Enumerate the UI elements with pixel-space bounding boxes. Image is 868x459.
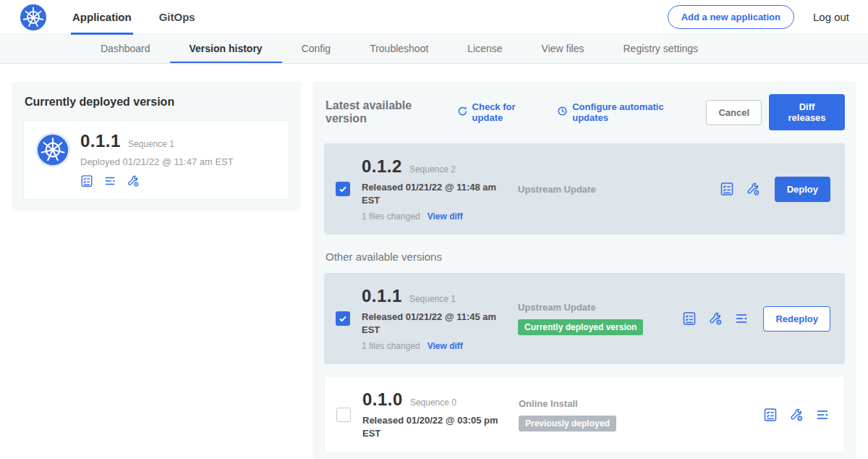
app-kubernetes-icon (35, 132, 70, 167)
subnav-item-registry-settings[interactable]: Registry settings (603, 35, 717, 63)
version-row-0-1-2: 0.1.2 Sequence 2 Released 01/21/22 @ 11:… (324, 143, 845, 235)
version-checkbox[interactable] (336, 182, 350, 196)
version-row-0-1-1: 0.1.1 Sequence 1 Released 01/21/22 @ 11:… (324, 273, 845, 364)
deployed-version-number: 0.1.1 (80, 131, 121, 151)
version-history-panel: Latest available version Check for updat… (312, 81, 856, 459)
config-wrench-icon[interactable] (746, 182, 760, 196)
config-wrench-icon[interactable] (789, 408, 804, 422)
main-content: Currently deployed version (0, 64, 868, 459)
currently-deployed-badge: Currently deployed version (518, 319, 643, 335)
config-wrench-icon[interactable] (127, 174, 140, 188)
release-notes-icon[interactable] (682, 311, 697, 326)
deployed-panel-title: Currently deployed version (25, 96, 288, 109)
release-notes-icon[interactable] (720, 182, 734, 196)
sequence-label: Sequence 0 (410, 397, 456, 408)
release-notes-icon[interactable] (763, 408, 778, 422)
deploy-button[interactable]: Deploy (775, 177, 830, 202)
top-navbar: Application GitOps Add a new application… (0, 0, 868, 35)
release-notes-icon[interactable] (80, 174, 93, 188)
sequence-label: Sequence 2 (409, 164, 456, 174)
deployed-timestamp: Deployed 01/21/22 @ 11:47 am EST (80, 156, 234, 167)
version-source-label: Upstream Update (518, 302, 682, 313)
files-changed-label: 1 files changed (362, 341, 420, 351)
app-subnav: Dashboard Version history Config Trouble… (0, 35, 868, 64)
files-changed-label: 1 files changed (362, 211, 420, 222)
deployed-version-card: 0.1.1 Sequence 1 Deployed 01/21/22 @ 11:… (23, 120, 289, 200)
released-timestamp: Released 01/21/22 @ 11:45 am EST (362, 311, 503, 336)
version-checkbox[interactable] (336, 408, 351, 422)
config-wrench-icon[interactable] (708, 311, 723, 326)
released-timestamp: Released 01/20/22 @ 03:05 pm EST (362, 414, 503, 439)
kubernetes-logo-icon (20, 4, 46, 30)
version-number: 0.1.1 (362, 286, 402, 306)
subnav-item-config[interactable]: Config (282, 35, 350, 63)
version-checkbox[interactable] (336, 311, 350, 326)
subnav-item-license[interactable]: License (448, 35, 522, 63)
previously-deployed-badge: Previously deployed (519, 416, 616, 431)
version-source-label: Online Install (519, 398, 763, 409)
diff-releases-button[interactable]: Diff releases (769, 94, 845, 130)
subnav-item-troubleshoot[interactable]: Troubleshoot (350, 35, 448, 63)
check-for-update-link[interactable]: Check for update (457, 101, 542, 123)
logout-link[interactable]: Log out (813, 11, 849, 23)
subnav-item-dashboard[interactable]: Dashboard (81, 35, 170, 63)
version-row-0-1-0: 0.1.0 Sequence 0 Released 01/20/22 @ 03:… (324, 376, 845, 453)
version-number: 0.1.2 (362, 156, 402, 177)
view-files-icon[interactable] (815, 408, 830, 422)
cancel-button[interactable]: Cancel (706, 100, 762, 125)
nav-tab-gitops[interactable]: GitOps (158, 0, 197, 35)
schedule-clock-icon (557, 106, 568, 119)
released-timestamp: Released 01/21/22 @ 11:48 am EST (362, 181, 503, 206)
other-versions-title: Other available versions (326, 250, 843, 263)
view-files-icon[interactable] (734, 311, 749, 326)
view-diff-link[interactable]: View diff (427, 211, 463, 222)
nav-tab-application[interactable]: Application (71, 0, 133, 35)
subnav-item-view-files[interactable]: View files (522, 35, 604, 63)
version-source-label: Upstream Update (518, 184, 720, 195)
view-diff-link[interactable]: View diff (427, 341, 463, 351)
deployed-sequence-label: Sequence 1 (128, 139, 174, 149)
configure-automatic-updates-link[interactable]: Configure automatic updates (557, 101, 690, 123)
latest-available-title: Latest available version (326, 99, 446, 125)
subnav-item-version-history[interactable]: Version history (170, 35, 282, 63)
redeploy-button[interactable]: Redeploy (763, 306, 830, 332)
version-number: 0.1.0 (362, 389, 403, 410)
sequence-label: Sequence 1 (409, 294, 456, 304)
refresh-icon (457, 106, 468, 119)
add-new-application-button[interactable]: Add a new application (668, 5, 794, 29)
view-files-icon[interactable] (103, 174, 116, 188)
currently-deployed-panel: Currently deployed version (12, 81, 301, 211)
